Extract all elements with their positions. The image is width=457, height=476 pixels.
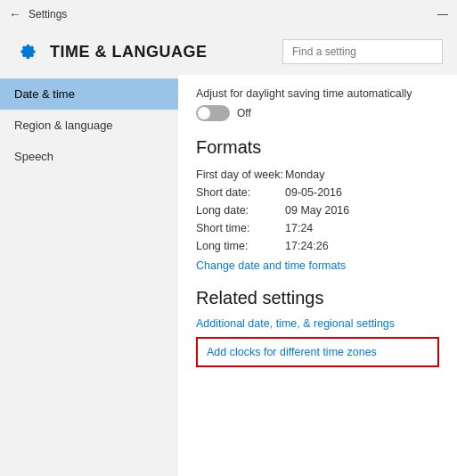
sidebar-item-speech[interactable]: Speech	[0, 141, 178, 172]
toggle-row: Off	[196, 105, 439, 121]
formats-label-4: Long time:	[196, 240, 285, 252]
formats-row-1: Short date: 09-05-2016	[196, 186, 439, 199]
title-bar-left: ← Settings	[9, 7, 67, 21]
formats-row-3: Short time: 17:24	[196, 222, 439, 234]
formats-title: Formats	[196, 137, 439, 158]
formats-label-0: First day of week:	[196, 168, 285, 181]
formats-section: Formats First day of week: Monday Short …	[196, 137, 439, 272]
title-bar: ← Settings —	[0, 0, 457, 29]
content-area: Adjust for daylight saving time automati…	[178, 75, 457, 476]
formats-value-3: 17:24	[285, 222, 313, 234]
formats-label-1: Short date:	[196, 186, 285, 199]
formats-table: First day of week: Monday Short date: 09…	[196, 168, 439, 252]
related-settings-title: Related settings	[196, 288, 439, 308]
add-clocks-link[interactable]: Add clocks for different time zones	[196, 337, 439, 367]
gear-icon	[14, 39, 39, 64]
change-formats-link[interactable]: Change date and time formats	[196, 259, 439, 272]
sidebar-item-date-time[interactable]: Date & time	[0, 78, 178, 110]
formats-label-3: Short time:	[196, 222, 285, 234]
app-title: TIME & LANGUAGE	[50, 43, 208, 62]
sidebar-item-region[interactable]: Region & language	[0, 110, 178, 141]
formats-row-4: Long time: 17:24:26	[196, 240, 439, 252]
formats-value-4: 17:24:26	[285, 240, 329, 252]
toggle-state-label: Off	[237, 107, 251, 119]
formats-value-0: Monday	[285, 168, 324, 181]
daylight-label: Adjust for daylight saving time automati…	[196, 87, 439, 100]
formats-label-2: Long date:	[196, 204, 285, 217]
formats-row-2: Long date: 09 May 2016	[196, 204, 439, 217]
sidebar: Date & time Region & language Speech	[0, 75, 178, 476]
formats-value-1: 09-05-2016	[285, 186, 342, 199]
app-header: TIME & LANGUAGE	[0, 29, 457, 75]
minimize-button[interactable]: —	[437, 8, 448, 21]
search-input[interactable]	[282, 39, 443, 64]
additional-settings-link[interactable]: Additional date, time, & regional settin…	[196, 317, 439, 330]
related-section: Related settings Additional date, time, …	[196, 288, 439, 367]
formats-value-2: 09 May 2016	[285, 204, 349, 217]
main-layout: Date & time Region & language Speech Adj…	[0, 75, 457, 476]
formats-row-0: First day of week: Monday	[196, 168, 439, 181]
title-bar-title: Settings	[29, 8, 67, 21]
back-button[interactable]: ←	[9, 7, 21, 21]
app-header-left: TIME & LANGUAGE	[14, 39, 208, 64]
daylight-toggle[interactable]	[196, 105, 230, 121]
daylight-section: Adjust for daylight saving time automati…	[196, 87, 439, 121]
toggle-knob	[198, 107, 210, 119]
